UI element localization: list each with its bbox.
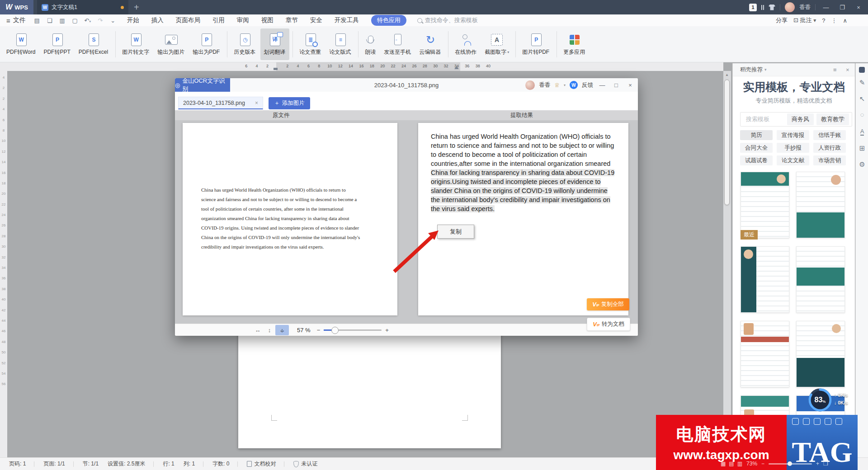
category-chip[interactable]: 信纸手账 bbox=[813, 130, 846, 140]
menu-item[interactable]: 特色应用 bbox=[371, 15, 406, 26]
status-item[interactable]: 字数: 0 bbox=[208, 460, 242, 468]
menu-item[interactable]: 页面布局 bbox=[176, 16, 200, 24]
sidebar-tab-chip[interactable]: 商务风 bbox=[787, 113, 814, 125]
menu-item[interactable]: 插入 bbox=[151, 16, 164, 24]
toolbar-button[interactable]: ≣ 论文查重 bbox=[296, 28, 325, 60]
toolbar-button[interactable] bbox=[115, 31, 116, 57]
toolbar-button[interactable]: 朗读 bbox=[362, 28, 380, 60]
window-count-badge[interactable]: 1 bbox=[749, 4, 757, 11]
category-chip[interactable]: 宣传海报 bbox=[777, 130, 809, 140]
indent-marker-left[interactable] bbox=[274, 63, 278, 70]
toolbar-button[interactable]: 发送至手机 bbox=[381, 28, 415, 60]
menu-item[interactable]: 开发工具 bbox=[335, 16, 359, 24]
user-avatar[interactable] bbox=[785, 2, 795, 12]
menu-item[interactable]: 安全 bbox=[310, 16, 322, 24]
category-chip[interactable]: 合同大全 bbox=[740, 143, 773, 153]
help-button[interactable]: ? bbox=[822, 17, 825, 24]
sidebar-tab-chip[interactable]: 教育教学 bbox=[816, 113, 849, 125]
zoom-slider-knob[interactable] bbox=[788, 461, 792, 466]
toolbar-button[interactable]: 译 划词翻译 bbox=[260, 28, 289, 60]
view-mode-icon[interactable]: ▦ bbox=[721, 461, 726, 467]
cursor-icon[interactable]: ↖ bbox=[856, 95, 868, 103]
text-style-icon[interactable]: A bbox=[856, 127, 868, 135]
status-item[interactable]: 未认证 bbox=[289, 460, 322, 468]
ocr-dialog-titlebar[interactable]: ◎ 金山OCR文字识别 2023-04-10_131758.png 香香 ♕ ▾… bbox=[175, 78, 638, 92]
user-avatar[interactable] bbox=[525, 80, 535, 90]
toolbar-button[interactable] bbox=[448, 31, 448, 57]
shape-icon[interactable]: ◌ bbox=[856, 111, 868, 118]
toolbar-button[interactable]: 更多应用 bbox=[560, 28, 589, 60]
chevron-down-icon[interactable]: ▾ bbox=[564, 83, 566, 87]
toolbar-button[interactable] bbox=[358, 31, 359, 57]
fullscreen-icon[interactable]: ❐ bbox=[823, 461, 828, 467]
scroll-up-arrow[interactable]: ▲ bbox=[725, 73, 729, 77]
result-text[interactable]: China has urged World Health Organizatio… bbox=[431, 133, 614, 214]
source-page[interactable]: China has urged World Health Organizatio… bbox=[183, 123, 397, 315]
toolbar-button[interactable]: P 图片转PDF bbox=[519, 28, 553, 60]
ocr-image-tab[interactable]: 2023-04-10_131758.png × bbox=[178, 97, 263, 109]
sidebar-close-icon[interactable]: × bbox=[846, 66, 849, 73]
view-mode-icon[interactable]: ▥ bbox=[737, 461, 742, 467]
feedback-label[interactable]: 反馈 bbox=[582, 81, 593, 89]
document-scrollbar[interactable]: ▲ bbox=[723, 71, 731, 457]
ocr-action-button[interactable]: VIP 复制全部 bbox=[587, 298, 629, 310]
share-button[interactable]: 分享 bbox=[776, 16, 788, 24]
menu-item[interactable]: 开始 bbox=[127, 16, 139, 24]
user-name[interactable]: 香香 bbox=[799, 4, 811, 11]
zoom-slider[interactable] bbox=[324, 329, 382, 331]
qat-icon[interactable]: ▥ bbox=[57, 17, 68, 24]
tab-close-icon[interactable]: × bbox=[255, 100, 258, 106]
wps-logo[interactable]: W WPS bbox=[0, 0, 33, 14]
template-thumbnail[interactable] bbox=[796, 246, 845, 313]
docer-shirt-icon[interactable] bbox=[769, 5, 775, 10]
status-item[interactable]: 页码: 1 bbox=[5, 460, 39, 468]
category-chip[interactable]: 手抄报 bbox=[777, 143, 809, 153]
toolbar-button[interactable] bbox=[292, 31, 293, 57]
dialog-minimize-button[interactable]: — bbox=[597, 82, 607, 89]
document-tab[interactable]: W 文字文稿1 bbox=[37, 0, 128, 14]
fit-width-icon[interactable]: ↔ bbox=[252, 327, 264, 334]
qat-icon[interactable]: ⌄ bbox=[107, 17, 119, 24]
zoom-out-button[interactable]: − bbox=[761, 461, 764, 467]
result-page[interactable]: China has urged World Health Organizatio… bbox=[418, 123, 628, 315]
status-item[interactable]: 文档校对 bbox=[242, 460, 289, 468]
copy-tooltip-button[interactable]: 复制 bbox=[437, 225, 474, 239]
category-chip[interactable]: 人资行政 bbox=[813, 143, 846, 153]
toolbar-button[interactable]: P 输出为PDF bbox=[189, 28, 224, 60]
toolbar-button[interactable]: W PDF转Word bbox=[3, 28, 39, 60]
ocr-action-button[interactable]: VIP 转为文档 bbox=[587, 318, 630, 331]
close-button[interactable]: × bbox=[853, 4, 864, 11]
template-search-box[interactable]: 搜索模板 商务风教育教学 bbox=[740, 112, 852, 127]
restore-button[interactable]: ❐ bbox=[836, 4, 848, 11]
pencil-icon[interactable]: ✎ bbox=[856, 79, 868, 87]
qat-icon[interactable]: ↶▾ bbox=[82, 17, 94, 24]
settings-gear-icon[interactable]: ⚙ bbox=[856, 160, 868, 169]
vertical-ruler[interactable]: 4224681012141618202224262830323436384042… bbox=[0, 71, 7, 457]
zoom-out-button[interactable]: − bbox=[317, 327, 321, 334]
zoom-slider[interactable] bbox=[769, 463, 812, 465]
more-kebab-button[interactable]: ⋮ bbox=[831, 17, 837, 24]
menu-item[interactable]: 视图 bbox=[261, 16, 274, 24]
qat-icon[interactable]: ▤ bbox=[31, 17, 43, 24]
list-settings-icon[interactable]: ≡ bbox=[833, 66, 837, 73]
toolbar-button[interactable]: 在线协作 bbox=[452, 28, 481, 60]
table-icon[interactable]: ⊞ bbox=[856, 144, 868, 152]
dialog-maximize-button[interactable]: □ bbox=[611, 82, 621, 89]
feedback-icon[interactable]: W bbox=[570, 81, 578, 89]
skin-icon[interactable] bbox=[859, 67, 865, 73]
template-thumbnail[interactable] bbox=[796, 321, 845, 387]
vip-crown-icon[interactable]: ♕ bbox=[554, 82, 560, 89]
template-thumbnail[interactable] bbox=[741, 246, 789, 313]
view-mode-icon[interactable]: ▤ bbox=[729, 461, 734, 467]
minimize-button[interactable]: — bbox=[820, 4, 832, 11]
menu-item[interactable]: 引用 bbox=[212, 16, 225, 24]
toolbar-button[interactable]: ↻ 云编辑器 bbox=[416, 28, 445, 60]
qat-icon[interactable]: ▢ bbox=[69, 17, 81, 24]
comment-button[interactable]: ⊡ 批注 ▾ bbox=[793, 16, 816, 24]
toolbar-button[interactable]: P PDF转PPT bbox=[40, 28, 74, 60]
toolbar-button[interactable]: W 图片转文字 bbox=[119, 28, 153, 60]
move-tool-button[interactable]: ↔↕ bbox=[275, 325, 289, 335]
toolbar-button[interactable] bbox=[557, 31, 557, 57]
indent-marker-right[interactable] bbox=[454, 66, 459, 69]
template-thumbnail[interactable] bbox=[796, 172, 845, 238]
